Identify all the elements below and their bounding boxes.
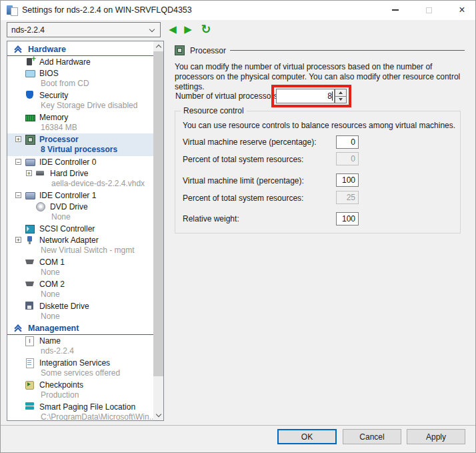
processor-chip-icon — [175, 45, 184, 55]
ide-controller-icon — [25, 191, 35, 199]
bios-icon — [25, 69, 35, 77]
relative-weight-input[interactable] — [336, 212, 359, 225]
maximize-button — [417, 0, 440, 20]
sidebar-item-processor-sub: 8 Virtual processors — [7, 145, 153, 156]
hardware-tree: Hardware Add Hardware BIOS Boot from CD … — [7, 41, 153, 420]
back-icon: ◀ — [169, 23, 177, 35]
forward-icon: ▶ — [184, 23, 192, 35]
chevron-up-icon — [155, 45, 161, 50]
dvd-drive-icon — [36, 202, 45, 211]
expand-icon[interactable]: + — [15, 237, 21, 243]
sidebar-item-com1[interactable]: COM 1 — [7, 256, 153, 268]
sidebar-item-security[interactable]: Security — [7, 89, 153, 101]
sidebar-item-label: Diskette Drive — [39, 302, 89, 311]
sidebar-item-label: Security — [39, 91, 68, 100]
vm-reserve-input[interactable] — [336, 135, 359, 149]
sidebar-item-ide-controller-1[interactable]: − IDE Controller 1 — [7, 189, 153, 201]
vcpu-count-input[interactable] — [276, 89, 335, 103]
minimize-icon — [392, 9, 399, 11]
sidebar-item-label: Memory — [39, 113, 68, 122]
expand-icon[interactable]: + — [15, 136, 21, 142]
section-label: Hardware — [28, 45, 66, 54]
integration-services-icon — [25, 358, 35, 367]
sidebar-item-hard-drive-sub: aella-device-ds-2.2.4.vhdx — [7, 179, 153, 189]
close-button[interactable]: × — [451, 0, 473, 20]
sidebar-item-label: DVD Drive — [50, 202, 88, 211]
sidebar-item-ide-controller-0[interactable]: − IDE Controller 0 — [7, 156, 153, 167]
sidebar-item-integration-services[interactable]: Integration Services — [7, 357, 153, 368]
sidebar-item-checkpoints-sub: Production — [7, 390, 153, 401]
scrollbar-thumb[interactable] — [153, 51, 163, 376]
sidebar-item-processor[interactable]: + Processor — [7, 133, 153, 145]
com-port-icon — [25, 280, 35, 288]
sidebar-item-checkpoints[interactable]: Checkpoints — [7, 379, 153, 390]
spinner-up-button[interactable] — [335, 89, 347, 96]
sidebar-item-memory[interactable]: Memory — [7, 111, 153, 123]
sidebar-item-scsi-controller[interactable]: SCSI Controller — [7, 223, 153, 234]
collapse-icon[interactable]: − — [15, 192, 21, 198]
ok-button[interactable]: OK — [277, 429, 337, 444]
sidebar-item-label: IDE Controller 1 — [39, 191, 96, 200]
minimize-button[interactable] — [384, 0, 407, 20]
sidebar-item-label: Hard Drive — [50, 169, 88, 178]
sidebar-section-management[interactable]: Management — [7, 322, 153, 335]
memory-icon — [25, 113, 35, 121]
triangle-down-icon — [339, 98, 343, 101]
window-title: Settings for nds-2.2.4 on WIN-SRVFLQD435… — [22, 5, 192, 15]
sidebar-item-smart-paging[interactable]: Smart Paging File Location — [7, 401, 153, 412]
sidebar-item-hard-drive[interactable]: + Hard Drive — [7, 167, 153, 179]
smart-paging-icon — [25, 402, 35, 411]
sidebar-item-name-sub: nds-2.2.4 — [7, 346, 153, 357]
collapse-icon[interactable]: − — [15, 159, 21, 165]
checkpoints-icon — [25, 380, 35, 389]
relative-weight-label: Relative weight: — [183, 214, 239, 223]
apply-button[interactable]: Apply — [407, 429, 465, 444]
sidebar-item-com2[interactable]: COM 2 — [7, 278, 153, 290]
sidebar-item-security-sub: Key Storage Drive disabled — [7, 101, 153, 111]
refresh-button[interactable]: ↻ — [199, 21, 213, 37]
page-title: Processor — [190, 46, 226, 55]
sidebar-item-bios-sub: Boot from CD — [7, 79, 153, 89]
collapse-icon[interactable] — [14, 325, 22, 332]
add-hardware-icon — [25, 57, 35, 66]
navigate-forward-button[interactable]: ▶ — [181, 21, 195, 37]
sidebar-item-label: COM 2 — [39, 280, 65, 289]
sidebar-item-com1-sub: None — [7, 268, 153, 278]
sidebar-item-label: Network Adapter — [39, 236, 99, 245]
sidebar-item-integration-services-sub: Some services offered — [7, 368, 153, 379]
sidebar-item-label: COM 1 — [39, 258, 65, 267]
section-label: Management — [28, 324, 79, 333]
spinner-down-button[interactable] — [335, 96, 347, 104]
scroll-down-button[interactable] — [153, 410, 163, 420]
scsi-controller-icon — [25, 224, 35, 233]
sidebar-item-network-adapter[interactable]: + Network Adapter — [7, 234, 153, 246]
navigate-back-button[interactable]: ◀ — [166, 21, 179, 37]
sidebar-section-hardware[interactable]: Hardware — [7, 43, 153, 56]
settings-sidebar: Hardware Add Hardware BIOS Boot from CD … — [7, 41, 164, 421]
app-icon — [7, 5, 17, 15]
vm-limit-label: Virtual machine limit (percentage): — [183, 176, 304, 185]
sidebar-item-bios[interactable]: BIOS — [7, 67, 153, 79]
resource-control-description: You can use resource controls to balance… — [183, 121, 456, 130]
vm-selector-dropdown[interactable]: nds-2.2.4 — [7, 22, 161, 37]
sidebar-item-name[interactable]: Name — [7, 335, 153, 346]
sidebar-item-diskette-drive[interactable]: Diskette Drive — [7, 300, 153, 312]
scroll-up-button[interactable] — [153, 41, 163, 51]
reserve-percent-label: Percent of total system resources: — [183, 155, 303, 164]
collapse-icon[interactable] — [14, 46, 22, 53]
vcpu-spinner — [276, 89, 347, 103]
sidebar-item-label: SCSI Controller — [39, 224, 95, 234]
cancel-button[interactable]: Cancel — [343, 429, 401, 444]
sidebar-item-com2-sub: None — [7, 290, 153, 300]
sidebar-scrollbar[interactable] — [153, 41, 163, 420]
sidebar-item-dvd-drive[interactable]: DVD Drive — [7, 201, 153, 212]
security-shield-icon — [25, 91, 35, 99]
vm-limit-input[interactable] — [336, 173, 359, 187]
processor-chip-icon — [25, 135, 35, 143]
footer-divider — [0, 425, 476, 426]
sidebar-item-add-hardware[interactable]: Add Hardware — [7, 56, 153, 67]
sidebar-item-label: Processor — [39, 135, 79, 144]
text-cursor — [332, 91, 333, 101]
ide-controller-icon — [25, 157, 35, 166]
expand-icon[interactable]: + — [26, 170, 32, 176]
